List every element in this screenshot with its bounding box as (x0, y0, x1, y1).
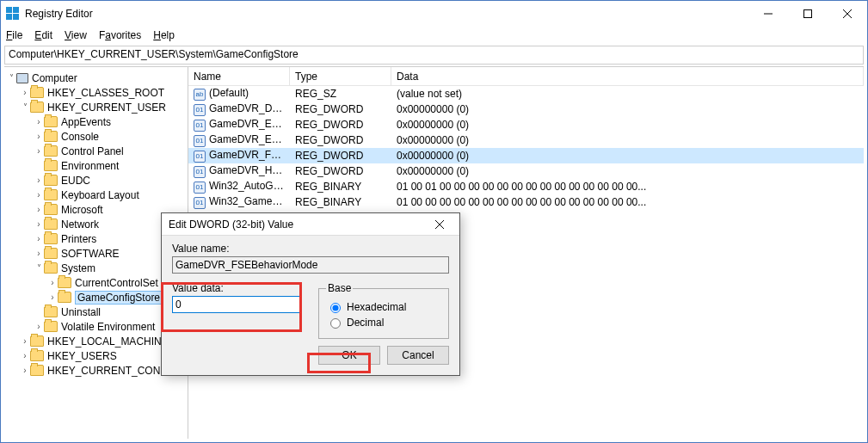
radio-dec[interactable]: Decimal (326, 316, 441, 329)
cell-data: 0x00000000 (0) (391, 134, 864, 146)
value-data-label: Value data: (172, 282, 301, 294)
folder-icon (44, 321, 58, 332)
cell-type: REG_DWORD (290, 119, 391, 131)
cell-data: 01 00 01 00 00 00 00 00 00 00 00 00 00 0… (391, 181, 864, 193)
minimize-button[interactable] (748, 1, 788, 27)
chevron-right-icon[interactable]: › (20, 89, 30, 97)
chevron-right-icon[interactable]: › (34, 118, 44, 126)
chevron-right-icon[interactable]: › (20, 337, 30, 346)
cell-name: 01GameDVR_DXGI... (188, 102, 290, 116)
chevron-right-icon[interactable]: › (34, 147, 44, 156)
value-row[interactable]: 01GameDVR_DXGI...REG_DWORD0x00000000 (0) (188, 102, 864, 117)
value-row[interactable]: 01GameDVR_Hon...REG_DWORD0x00000000 (0) (188, 163, 864, 179)
value-data-input[interactable] (172, 296, 301, 313)
cell-type: REG_DWORD (290, 150, 391, 162)
chevron-down-icon[interactable]: ˅ (34, 264, 44, 273)
chevron-right-icon[interactable]: › (34, 249, 44, 258)
chevron-down-icon[interactable]: ˅ (6, 74, 16, 83)
registry-editor-window: Registry Editor File Edit View Favorites… (0, 0, 868, 443)
cell-data: 0x00000000 (0) (391, 119, 864, 131)
value-row[interactable]: 01GameDVR_Enabl...REG_DWORD0x00000000 (0… (188, 132, 864, 148)
cell-name: ab(Default) (188, 87, 290, 101)
maximize-button[interactable] (788, 1, 828, 27)
folder-icon (30, 350, 44, 361)
dialog-close-button[interactable] (427, 218, 452, 231)
dialog-buttons: OK Cancel (162, 346, 459, 375)
chevron-right-icon[interactable]: › (34, 220, 44, 229)
cell-name: 01GameDVR_FSEB... (188, 149, 290, 163)
folder-icon (44, 131, 58, 142)
value-row[interactable]: 01Win32_GameMo...REG_BINARY01 00 00 00 0… (188, 194, 864, 210)
tree-node-hkcu[interactable]: ˅HKEY_CURRENT_USER (4, 100, 188, 114)
close-icon (843, 9, 852, 18)
folder-icon (44, 306, 58, 317)
chevron-right-icon[interactable]: › (20, 352, 30, 360)
binary-value-icon: 01 (194, 135, 206, 147)
radio-dec-input[interactable] (330, 318, 341, 329)
chevron-right-icon[interactable]: › (47, 279, 58, 287)
tree-node[interactable]: Environment (4, 158, 188, 173)
menu-file[interactable]: File (6, 29, 22, 41)
tree-node-hkcr[interactable]: ›HKEY_CLASSES_ROOT (4, 85, 188, 100)
radio-hex[interactable]: Hexadecimal (326, 300, 441, 313)
value-row[interactable]: ab(Default)REG_SZ(value not set) (188, 86, 864, 102)
folder-icon (44, 204, 58, 215)
menu-edit[interactable]: Edit (34, 29, 52, 41)
column-data[interactable]: Data (391, 67, 864, 85)
tree-node[interactable]: ›EUDC (4, 173, 188, 188)
tree-node[interactable]: ›AppEvents (4, 114, 188, 129)
cell-name: 01GameDVR_EFSE... (188, 118, 290, 132)
cell-data: 0x00000000 (0) (391, 103, 864, 115)
cancel-button[interactable]: Cancel (387, 346, 449, 365)
regedit-icon (6, 7, 20, 21)
window-buttons (748, 1, 867, 27)
column-type[interactable]: Type (290, 67, 391, 85)
menu-view[interactable]: View (65, 29, 87, 41)
close-button[interactable] (828, 1, 867, 27)
cell-type: REG_DWORD (290, 134, 391, 146)
cell-type: REG_BINARY (290, 196, 391, 208)
chevron-right-icon[interactable]: › (34, 176, 44, 185)
chevron-right-icon[interactable]: › (34, 132, 44, 141)
cell-name: 01Win32_AutoGa... (188, 180, 290, 194)
binary-value-icon: 01 (194, 182, 206, 194)
radio-hex-input[interactable] (330, 303, 341, 313)
cell-data: 0x00000000 (0) (391, 150, 864, 162)
chevron-right-icon[interactable]: › (34, 323, 44, 331)
edit-dword-dialog: Edit DWORD (32-bit) Value Value name: Va… (161, 212, 460, 376)
column-name[interactable]: Name (188, 67, 290, 85)
ok-button[interactable]: OK (318, 346, 380, 365)
dialog-title: Edit DWORD (32-bit) Value (169, 218, 427, 231)
chevron-right-icon[interactable]: › (20, 366, 30, 375)
chevron-right-icon[interactable]: › (34, 235, 44, 243)
menu-favorites[interactable]: Favorites (99, 29, 141, 41)
maximize-icon (803, 9, 812, 18)
value-row[interactable]: 01GameDVR_EFSE...REG_DWORD0x00000000 (0) (188, 117, 864, 132)
value-row[interactable]: 01GameDVR_FSEB...REG_DWORD0x00000000 (0) (188, 148, 864, 163)
folder-icon (44, 218, 58, 230)
minimize-icon (764, 9, 773, 18)
chevron-right-icon[interactable]: › (47, 293, 58, 302)
folder-icon (44, 189, 58, 200)
chevron-down-icon[interactable]: ˅ (20, 103, 30, 112)
tree-node[interactable]: ›Control Panel (4, 144, 188, 158)
tree-node[interactable]: ›Keyboard Layout (4, 188, 188, 202)
folder-icon (44, 145, 58, 157)
folder-icon (44, 175, 58, 186)
value-name-label: Value name: (172, 243, 449, 255)
menu-help[interactable]: Help (153, 29, 175, 41)
chevron-right-icon[interactable]: › (34, 191, 44, 200)
folder-icon (44, 116, 58, 127)
address-bar[interactable]: Computer\HKEY_CURRENT_USER\System\GameCo… (4, 46, 864, 65)
close-icon (435, 220, 444, 229)
computer-icon (16, 73, 28, 83)
window-title: Registry Editor (25, 8, 748, 20)
value-row[interactable]: 01Win32_AutoGa...REG_BINARY01 00 01 00 0… (188, 179, 864, 194)
folder-icon (44, 233, 58, 244)
folder-icon (44, 160, 58, 171)
tree-node[interactable]: ›Console (4, 129, 188, 144)
tree-node-computer[interactable]: ˅Computer (4, 71, 188, 85)
cell-type: REG_DWORD (290, 103, 391, 115)
chevron-right-icon[interactable]: › (34, 206, 44, 214)
value-name-input[interactable] (172, 256, 449, 274)
